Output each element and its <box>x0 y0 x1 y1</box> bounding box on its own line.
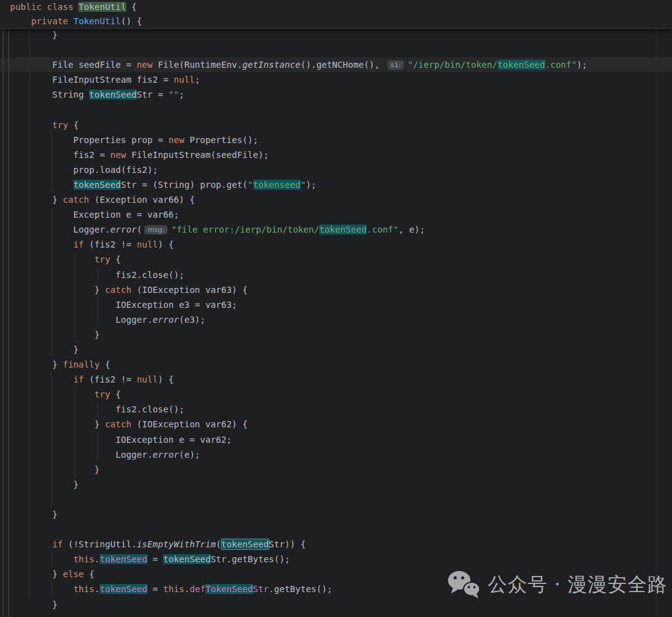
code-token: } <box>10 195 63 205</box>
code-token <box>10 374 73 384</box>
code-line[interactable]: prop.load(fis2); <box>10 162 672 177</box>
code-token: (!StringUtil. <box>63 539 137 549</box>
code-line[interactable]: File seedFile = new File(RuntimeEnv.getI… <box>10 57 672 72</box>
code-token: ) { <box>158 239 174 249</box>
code-token: { <box>68 120 78 130</box>
code-token: (Exception var66) { <box>89 195 195 205</box>
code-line[interactable]: IOException e3 = var63; <box>10 297 672 312</box>
code-token: Str = (String) prop.get( <box>121 180 248 190</box>
code-token: ); <box>306 180 316 190</box>
code-line[interactable] <box>10 102 672 117</box>
code-line[interactable]: fis2.close(); <box>10 267 672 282</box>
code-token <box>10 120 52 130</box>
code-token: new <box>110 150 131 160</box>
code-token: ; <box>179 90 185 100</box>
code-line[interactable]: Exception e = var66; <box>10 207 672 222</box>
code-token: Exception e = var66; <box>10 210 179 220</box>
code-token: tokenSeed <box>89 90 136 100</box>
code-line[interactable]: } <box>10 27 672 42</box>
code-token: (IOException var63) { <box>131 285 248 295</box>
code-token: catch <box>105 285 131 295</box>
code-line[interactable] <box>10 492 672 507</box>
code-token: new <box>137 60 158 70</box>
sticky-lines-panel: public class TokenUtil { private TokenUt… <box>0 0 672 29</box>
code-token: { <box>100 360 110 369</box>
code-line[interactable]: } catch (IOException var62) { <box>10 417 672 432</box>
code-token: (e); <box>179 450 200 460</box>
code-line[interactable]: } <box>10 507 672 522</box>
code-token: Str <box>253 584 269 594</box>
code-line[interactable]: if (fis2 != null) { <box>10 237 672 252</box>
code-token: (IOException var62) { <box>131 419 248 429</box>
code-token: try <box>95 389 110 399</box>
code-line[interactable]: FileInputStream fis2 = null; <box>10 72 672 87</box>
code-line[interactable] <box>10 42 672 57</box>
code-line[interactable]: tokenSeedStr = (String) prop.get("tokens… <box>10 177 672 192</box>
code-token: { <box>126 2 137 12</box>
code-line[interactable]: try { <box>10 252 672 267</box>
code-line[interactable]: if (!StringUtil.isEmptyWithTrim(tokenSee… <box>10 537 672 552</box>
code-line[interactable]: } catch (Exception var66) { <box>10 192 672 207</box>
code-line[interactable]: } <box>10 327 672 342</box>
code-token: ) { <box>158 374 174 384</box>
code-token: try <box>52 120 68 130</box>
code-token <box>10 239 73 249</box>
code-line[interactable]: Logger.error(msg:"file error:/ierp/bin/t… <box>10 222 672 237</box>
code-line[interactable]: Logger.error(e); <box>10 447 672 462</box>
code-token: tokenSeed <box>222 539 269 549</box>
code-token: getInstance <box>243 60 301 70</box>
code-line[interactable]: this.tokenSeed = tokenSeedStr.getBytes()… <box>10 552 672 567</box>
code-token <box>10 584 73 594</box>
code-line[interactable]: } <box>10 597 672 612</box>
sticky-lines[interactable]: public class TokenUtil { private TokenUt… <box>10 0 142 28</box>
code-token: ( <box>216 539 222 549</box>
code-line[interactable]: } <box>10 477 672 492</box>
code-line[interactable]: fis2.close(); <box>10 402 672 417</box>
code-token: tokenSeed <box>73 180 121 190</box>
code-token: error <box>152 450 179 460</box>
code-line[interactable]: String tokenSeedStr = ""; <box>10 87 672 102</box>
code-line[interactable]: try { <box>10 118 672 132</box>
gutter-line <box>8 29 9 617</box>
code-token: new <box>169 135 190 145</box>
code-area[interactable]: } File seedFile = new File(RuntimeEnv.ge… <box>10 27 672 612</box>
code-token: FileInputStream(seedFile); <box>131 150 269 160</box>
code-token: tokenSeed <box>100 584 147 594</box>
code-token: FileInputStream fis2 = <box>10 75 174 85</box>
code-token: Logger. <box>10 450 152 460</box>
code-token <box>10 554 73 564</box>
code-token: tokenSeed <box>319 225 366 234</box>
code-token: } <box>10 419 105 429</box>
code-token: = <box>147 584 163 594</box>
code-token: tokenSeed <box>498 60 545 70</box>
code-line[interactable]: Properties prop = new Properties(); <box>10 132 672 147</box>
code-line[interactable]: Logger.error(e3); <box>10 312 672 327</box>
code-line[interactable] <box>10 522 672 537</box>
code-token: } <box>10 600 57 610</box>
code-token: } <box>10 345 78 355</box>
code-token: this <box>163 584 184 594</box>
code-line[interactable]: try { <box>10 387 672 402</box>
code-line[interactable]: fis2 = new FileInputStream(seedFile); <box>10 147 672 162</box>
code-line[interactable]: private TokenUtil() { <box>10 14 142 29</box>
code-token: try <box>95 254 110 264</box>
code-line[interactable]: if (fis2 != null) { <box>10 372 672 387</box>
code-token: } <box>10 509 57 519</box>
code-line[interactable]: } finally { <box>10 357 672 372</box>
code-token: Str)) { <box>269 539 306 549</box>
code-line[interactable]: } <box>10 342 672 357</box>
code-token: File(RuntimeEnv. <box>158 60 243 70</box>
code-token: isEmptyWithTrim <box>137 539 216 549</box>
code-token: null <box>137 239 158 249</box>
code-token: .getBytes(); <box>269 584 332 594</box>
watermark-text: 公众号 · 漫漫安全路 <box>488 572 668 598</box>
code-token: } <box>10 360 63 369</box>
code-line[interactable]: IOException e = var62; <box>10 432 672 447</box>
code-token: "" <box>169 90 179 100</box>
code-line[interactable]: } catch (IOException var63) { <box>10 282 672 297</box>
code-line[interactable]: public class TokenUtil { <box>10 0 142 14</box>
code-line[interactable]: } <box>10 462 672 477</box>
code-token: () { <box>121 16 142 26</box>
code-token: error <box>110 225 136 234</box>
code-token: Properties(); <box>190 135 258 145</box>
